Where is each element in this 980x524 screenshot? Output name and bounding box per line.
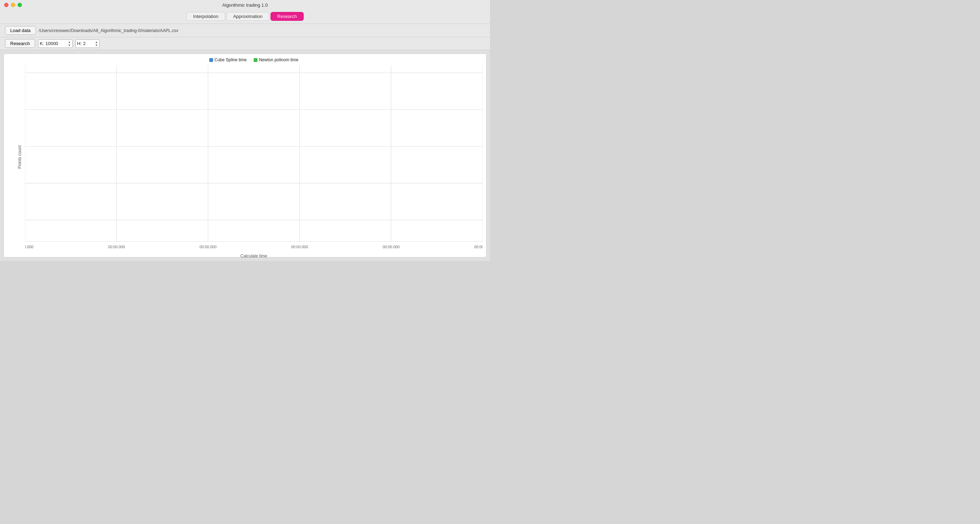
legend-newton-polinom-color: [254, 58, 258, 62]
chart-svg: 1 1 1 0 0 0 00:00.000 00:00.000 00:00.00…: [25, 65, 483, 249]
svg-text:00:00.000: 00:00.000: [108, 245, 125, 249]
legend-newton-polinom: Newton polinom time: [254, 57, 298, 62]
svg-text:00:00.000: 00:00.000: [383, 245, 399, 249]
toolbar-load: Load data /Users/cresswec/Downloads/A8_A…: [0, 24, 490, 37]
minimize-button[interactable]: [11, 3, 15, 7]
toolbar-research: Research K: ▲ ▼ H: ▲ ▼: [0, 37, 490, 50]
h-spinner[interactable]: ▲ ▼: [95, 40, 98, 47]
tab-research[interactable]: Research: [270, 12, 304, 21]
legend-newton-polinom-label: Newton polinom time: [259, 57, 298, 62]
svg-text:00:00.000: 00:00.000: [25, 245, 33, 249]
svg-text:00:00.000: 00:00.000: [291, 245, 308, 249]
x-axis-label: Calculate time: [240, 254, 267, 259]
chart-container: Cube Spline time Newton polinom time Poi…: [3, 54, 487, 257]
h-field: H: ▲ ▼: [75, 40, 100, 48]
legend-cube-spline-color: [209, 58, 213, 62]
load-data-button[interactable]: Load data: [5, 26, 36, 35]
maximize-button[interactable]: [18, 3, 22, 7]
file-path-label: /Users/cresswec/Downloads/A8_Algorithmic…: [39, 28, 485, 33]
legend-cube-spline: Cube Spline time: [209, 57, 247, 62]
k-input[interactable]: [45, 41, 67, 46]
svg-text:00:00.000: 00:00.000: [200, 245, 216, 249]
h-label: H:: [77, 41, 82, 46]
title-bar: Algorithmic trading 1.0: [0, 0, 490, 10]
tab-approximation[interactable]: Approximation: [226, 12, 269, 21]
k-field: K: ▲ ▼: [38, 40, 73, 48]
window-controls: [4, 3, 22, 7]
k-spinner[interactable]: ▲ ▼: [68, 40, 71, 47]
main-area: Cube Spline time Newton polinom time Poi…: [0, 50, 490, 261]
tab-interpolation[interactable]: Interpolation: [186, 12, 225, 21]
legend-cube-spline-label: Cube Spline time: [215, 57, 247, 62]
app-title: Algorithmic trading 1.0: [222, 2, 268, 8]
y-axis-label: Points count: [17, 145, 22, 169]
tab-bar: Interpolation Approximation Research: [0, 10, 490, 24]
research-button[interactable]: Research: [5, 39, 35, 48]
chart-inner: Points count Calculate time 1 1: [25, 65, 483, 249]
chart-legend: Cube Spline time Newton polinom time: [25, 57, 483, 62]
close-button[interactable]: [4, 3, 8, 7]
svg-text:00:00.001: 00:00.001: [474, 245, 483, 249]
h-input[interactable]: [83, 41, 94, 46]
k-label: K:: [40, 41, 44, 46]
